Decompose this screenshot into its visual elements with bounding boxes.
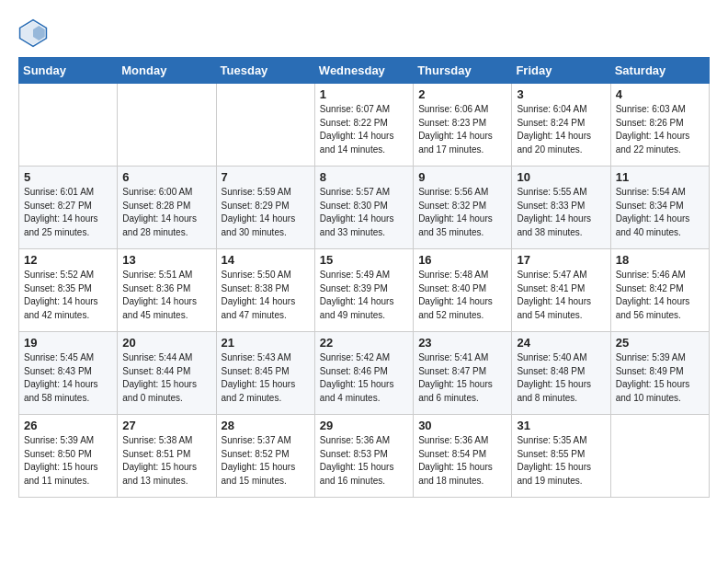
day-cell: 9Sunrise: 5:56 AM Sunset: 8:32 PM Daylig… xyxy=(414,167,512,249)
logo-icon xyxy=(18,18,48,48)
day-info: Sunrise: 5:38 AM Sunset: 8:51 PM Dayligh… xyxy=(122,434,210,488)
day-number: 21 xyxy=(222,336,310,350)
day-info: Sunrise: 5:59 AM Sunset: 8:29 PM Dayligh… xyxy=(222,186,310,239)
day-number: 1 xyxy=(320,87,408,101)
day-cell: 24Sunrise: 5:40 AM Sunset: 8:48 PM Dayli… xyxy=(512,332,610,415)
day-cell: 6Sunrise: 6:00 AM Sunset: 8:28 PM Daylig… xyxy=(118,167,216,249)
day-info: Sunrise: 6:04 AM Sunset: 8:24 PM Dayligh… xyxy=(517,103,605,156)
day-info: Sunrise: 6:03 AM Sunset: 8:26 PM Dayligh… xyxy=(616,103,704,156)
day-number: 17 xyxy=(517,253,605,267)
day-cell: 17Sunrise: 5:47 AM Sunset: 8:41 PM Dayli… xyxy=(512,249,610,332)
day-info: Sunrise: 5:51 AM Sunset: 8:36 PM Dayligh… xyxy=(122,269,210,322)
day-cell: 28Sunrise: 5:37 AM Sunset: 8:52 PM Dayli… xyxy=(216,415,314,498)
day-cell: 30Sunrise: 5:36 AM Sunset: 8:54 PM Dayli… xyxy=(414,415,512,498)
header-cell-friday: Friday xyxy=(512,58,610,84)
day-info: Sunrise: 5:41 AM Sunset: 8:47 PM Dayligh… xyxy=(418,351,506,405)
day-info: Sunrise: 5:46 AM Sunset: 8:42 PM Dayligh… xyxy=(616,269,704,322)
day-number: 18 xyxy=(616,253,704,267)
day-number: 8 xyxy=(320,170,408,184)
day-cell: 19Sunrise: 5:45 AM Sunset: 8:43 PM Dayli… xyxy=(19,332,118,415)
header-cell-wednesday: Wednesday xyxy=(314,58,413,84)
day-cell: 27Sunrise: 5:38 AM Sunset: 8:51 PM Dayli… xyxy=(118,415,216,498)
day-info: Sunrise: 5:39 AM Sunset: 8:49 PM Dayligh… xyxy=(616,351,704,405)
calendar-body: 1Sunrise: 6:07 AM Sunset: 8:22 PM Daylig… xyxy=(19,84,710,498)
day-info: Sunrise: 6:01 AM Sunset: 8:27 PM Dayligh… xyxy=(24,186,112,239)
day-cell: 2Sunrise: 6:06 AM Sunset: 8:23 PM Daylig… xyxy=(414,84,512,167)
week-row-5: 26Sunrise: 5:39 AM Sunset: 8:50 PM Dayli… xyxy=(19,415,710,498)
calendar-table: SundayMondayTuesdayWednesdayThursdayFrid… xyxy=(18,57,710,498)
day-info: Sunrise: 5:36 AM Sunset: 8:53 PM Dayligh… xyxy=(320,434,408,488)
header-cell-saturday: Saturday xyxy=(610,58,709,84)
day-info: Sunrise: 5:48 AM Sunset: 8:40 PM Dayligh… xyxy=(418,269,506,322)
day-info: Sunrise: 5:47 AM Sunset: 8:41 PM Dayligh… xyxy=(517,269,605,322)
day-number: 13 xyxy=(122,253,210,267)
week-row-4: 19Sunrise: 5:45 AM Sunset: 8:43 PM Dayli… xyxy=(19,332,710,415)
day-number: 9 xyxy=(418,170,506,184)
day-info: Sunrise: 5:54 AM Sunset: 8:34 PM Dayligh… xyxy=(616,186,704,239)
logo xyxy=(18,18,51,48)
day-info: Sunrise: 5:42 AM Sunset: 8:46 PM Dayligh… xyxy=(320,351,408,405)
day-number: 20 xyxy=(122,336,210,350)
day-cell: 8Sunrise: 5:57 AM Sunset: 8:30 PM Daylig… xyxy=(314,167,413,249)
day-cell: 11Sunrise: 5:54 AM Sunset: 8:34 PM Dayli… xyxy=(610,167,709,249)
day-info: Sunrise: 6:06 AM Sunset: 8:23 PM Dayligh… xyxy=(418,103,506,156)
day-number: 25 xyxy=(616,336,704,350)
day-number: 16 xyxy=(418,253,506,267)
day-cell xyxy=(118,84,216,167)
day-info: Sunrise: 5:49 AM Sunset: 8:39 PM Dayligh… xyxy=(320,269,408,322)
day-number: 31 xyxy=(517,419,605,432)
header-cell-monday: Monday xyxy=(118,58,216,84)
day-cell xyxy=(19,84,118,167)
day-cell: 4Sunrise: 6:03 AM Sunset: 8:26 PM Daylig… xyxy=(610,84,709,167)
day-info: Sunrise: 5:44 AM Sunset: 8:44 PM Dayligh… xyxy=(122,351,210,405)
header-cell-thursday: Thursday xyxy=(414,58,512,84)
day-number: 29 xyxy=(320,419,408,432)
day-info: Sunrise: 5:39 AM Sunset: 8:50 PM Dayligh… xyxy=(24,434,112,488)
day-cell: 16Sunrise: 5:48 AM Sunset: 8:40 PM Dayli… xyxy=(414,249,512,332)
day-number: 23 xyxy=(418,336,506,350)
day-cell: 12Sunrise: 5:52 AM Sunset: 8:35 PM Dayli… xyxy=(19,249,118,332)
header-row: SundayMondayTuesdayWednesdayThursdayFrid… xyxy=(19,58,710,84)
calendar-header: SundayMondayTuesdayWednesdayThursdayFrid… xyxy=(19,58,710,84)
day-number: 30 xyxy=(418,419,506,432)
day-cell: 29Sunrise: 5:36 AM Sunset: 8:53 PM Dayli… xyxy=(314,415,413,498)
day-cell: 25Sunrise: 5:39 AM Sunset: 8:49 PM Dayli… xyxy=(610,332,709,415)
day-info: Sunrise: 5:57 AM Sunset: 8:30 PM Dayligh… xyxy=(320,186,408,239)
day-cell: 20Sunrise: 5:44 AM Sunset: 8:44 PM Dayli… xyxy=(118,332,216,415)
day-number: 3 xyxy=(517,87,605,101)
day-cell: 21Sunrise: 5:43 AM Sunset: 8:45 PM Dayli… xyxy=(216,332,314,415)
day-cell: 18Sunrise: 5:46 AM Sunset: 8:42 PM Dayli… xyxy=(610,249,709,332)
day-info: Sunrise: 5:56 AM Sunset: 8:32 PM Dayligh… xyxy=(418,186,506,239)
day-number: 26 xyxy=(24,419,112,432)
week-row-2: 5Sunrise: 6:01 AM Sunset: 8:27 PM Daylig… xyxy=(19,167,710,249)
day-number: 11 xyxy=(616,170,704,184)
week-row-3: 12Sunrise: 5:52 AM Sunset: 8:35 PM Dayli… xyxy=(19,249,710,332)
day-cell: 31Sunrise: 5:35 AM Sunset: 8:55 PM Dayli… xyxy=(512,415,610,498)
day-info: Sunrise: 5:45 AM Sunset: 8:43 PM Dayligh… xyxy=(24,351,112,405)
day-info: Sunrise: 6:07 AM Sunset: 8:22 PM Dayligh… xyxy=(320,103,408,156)
page-header xyxy=(18,18,710,48)
day-number: 6 xyxy=(122,170,210,184)
day-info: Sunrise: 5:50 AM Sunset: 8:38 PM Dayligh… xyxy=(222,269,310,322)
day-cell xyxy=(610,415,709,498)
day-info: Sunrise: 5:35 AM Sunset: 8:55 PM Dayligh… xyxy=(517,434,605,488)
day-cell xyxy=(216,84,314,167)
day-cell: 23Sunrise: 5:41 AM Sunset: 8:47 PM Dayli… xyxy=(414,332,512,415)
day-number: 19 xyxy=(24,336,112,350)
day-number: 24 xyxy=(517,336,605,350)
day-cell: 7Sunrise: 5:59 AM Sunset: 8:29 PM Daylig… xyxy=(216,167,314,249)
day-cell: 14Sunrise: 5:50 AM Sunset: 8:38 PM Dayli… xyxy=(216,249,314,332)
day-number: 10 xyxy=(517,170,605,184)
day-cell: 3Sunrise: 6:04 AM Sunset: 8:24 PM Daylig… xyxy=(512,84,610,167)
day-info: Sunrise: 5:36 AM Sunset: 8:54 PM Dayligh… xyxy=(418,434,506,488)
day-info: Sunrise: 5:37 AM Sunset: 8:52 PM Dayligh… xyxy=(222,434,310,488)
day-number: 14 xyxy=(222,253,310,267)
day-info: Sunrise: 5:43 AM Sunset: 8:45 PM Dayligh… xyxy=(222,351,310,405)
day-cell: 5Sunrise: 6:01 AM Sunset: 8:27 PM Daylig… xyxy=(19,167,118,249)
day-number: 2 xyxy=(418,87,506,101)
day-number: 28 xyxy=(222,419,310,432)
day-cell: 15Sunrise: 5:49 AM Sunset: 8:39 PM Dayli… xyxy=(314,249,413,332)
day-number: 15 xyxy=(320,253,408,267)
day-cell: 26Sunrise: 5:39 AM Sunset: 8:50 PM Dayli… xyxy=(19,415,118,498)
day-cell: 1Sunrise: 6:07 AM Sunset: 8:22 PM Daylig… xyxy=(314,84,413,167)
